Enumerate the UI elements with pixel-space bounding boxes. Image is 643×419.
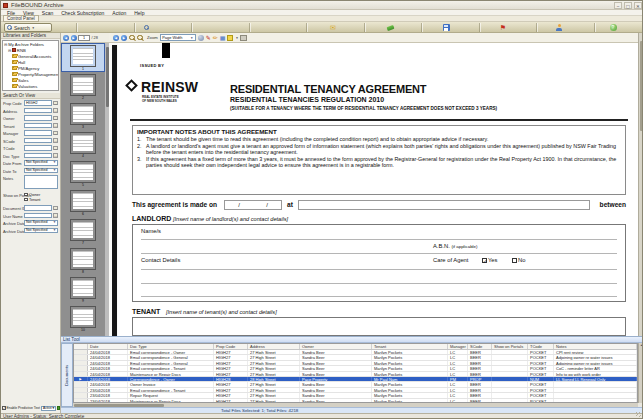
- column-header-date[interactable]: Date: [88, 344, 128, 349]
- red-pen-icon[interactable]: ✎: [206, 34, 211, 42]
- maximize-button[interactable]: ▢: [624, 2, 632, 9]
- search-button[interactable]: Search ▼: [4, 23, 52, 32]
- documents-tab[interactable]: Documents: [61, 343, 73, 407]
- column-header-address[interactable]: Address: [248, 344, 300, 349]
- cell: POCKET: [528, 372, 554, 376]
- browse-button[interactable]: …: [53, 116, 58, 121]
- thumbnail-page-3[interactable]: 3: [61, 101, 105, 130]
- zoom-mode-select[interactable]: Page Width▼: [160, 34, 196, 41]
- chevron-down-icon[interactable]: ▼: [235, 36, 238, 40]
- column-header-row-marker[interactable]: [74, 344, 88, 349]
- minimize-button[interactable]: –: [614, 2, 622, 9]
- doc-type-input[interactable]: [24, 153, 52, 159]
- disc-icon[interactable]: [198, 35, 204, 41]
- flag-button[interactable]: ⚑: [496, 22, 510, 33]
- column-header-tcode[interactable]: TCode: [528, 344, 554, 349]
- cell: Correspondence - Owner: [128, 377, 214, 381]
- column-header-scode[interactable]: SCode: [468, 344, 492, 349]
- browse-button[interactable]: …: [53, 206, 58, 211]
- save-button[interactable]: [439, 22, 453, 33]
- browse-button[interactable]: …: [53, 123, 58, 128]
- cell: NUM: [528, 377, 554, 381]
- menu-item-action[interactable]: Action: [108, 10, 130, 16]
- thumbnail-page-2[interactable]: 2: [61, 72, 105, 101]
- note-number: 2.: [137, 143, 146, 156]
- tcode-input[interactable]: [24, 145, 52, 151]
- zoom-in-icon[interactable]: [137, 35, 143, 41]
- date-to-select[interactable]: Not Specified▼: [24, 168, 58, 174]
- sticky-note-icon[interactable]: [227, 35, 233, 41]
- browse-button[interactable]: …: [53, 138, 58, 143]
- owner-input[interactable]: [24, 115, 52, 121]
- tree-expand-icon[interactable]: ⊟: [8, 48, 11, 53]
- control-panel-tab[interactable]: Control Panel: [3, 15, 39, 22]
- next-page-button[interactable]: ▶: [71, 35, 77, 41]
- menu-item-scan[interactable]: Scan: [38, 10, 57, 16]
- previous-document-button[interactable]: ◀: [113, 35, 119, 41]
- help-button[interactable]: ?: [606, 22, 620, 33]
- predictive-text-checkbox[interactable]: ✓: [2, 406, 6, 410]
- predictive-mode-select[interactable]: Active▼: [41, 406, 56, 411]
- owner-checkbox[interactable]: [24, 193, 28, 197]
- thumbnail-page-5[interactable]: 5: [61, 159, 105, 188]
- care-of-agent-yes-checkbox: ✓: [482, 258, 487, 263]
- column-header-owner[interactable]: Owner: [300, 344, 372, 349]
- browse-button[interactable]: …: [53, 213, 58, 218]
- menu-item-help[interactable]: Help: [130, 10, 148, 16]
- thumbnail-page-8[interactable]: 8: [61, 246, 105, 275]
- browse-button[interactable]: …: [53, 131, 58, 136]
- column-header-tenant[interactable]: Tenant: [372, 344, 448, 349]
- thumbnail-image: [70, 190, 96, 212]
- manager-input[interactable]: [24, 130, 52, 136]
- tree-folder-valuations[interactable]: Valuations: [3, 83, 58, 89]
- column-header-notes[interactable]: Notes: [554, 344, 637, 349]
- notes-textarea[interactable]: [24, 175, 58, 189]
- next-document-button[interactable]: ▶: [121, 35, 127, 41]
- browse-button[interactable]: …: [53, 153, 58, 158]
- address-input[interactable]: [24, 108, 52, 114]
- thumbnail-page-9[interactable]: 9: [61, 275, 105, 304]
- copy-icon[interactable]: [240, 35, 247, 41]
- tenant-details-box: [132, 317, 626, 336]
- column-header-show-on-portals[interactable]: Show on Portals: [492, 344, 528, 349]
- browse-button[interactable]: …: [53, 108, 58, 113]
- thumbnail-page-7[interactable]: 7: [61, 217, 105, 246]
- prop-code-input[interactable]: HIGH2: [24, 100, 52, 106]
- email-button[interactable]: ✉: [326, 22, 340, 33]
- thumbnail-page-1[interactable]: 1: [61, 43, 105, 72]
- page-number-input[interactable]: 1: [78, 35, 90, 41]
- document-viewer[interactable]: ISSUED BY REINSW REAL ESTATE INSTITUTE O…: [109, 43, 638, 336]
- archive-date-from-select[interactable]: Not Specified▼: [24, 220, 58, 226]
- pencil-icon[interactable]: ✏: [213, 34, 218, 42]
- thumbnail-page-6[interactable]: 6: [61, 188, 105, 217]
- document-id-input[interactable]: [24, 205, 52, 211]
- find-button[interactable]: [139, 22, 153, 33]
- grid-vertical-scrollbar[interactable]: ▲: [638, 343, 643, 403]
- tree-expand-icon[interactable]: ⊟: [4, 42, 7, 47]
- previous-page-button[interactable]: ◀: [63, 35, 69, 41]
- thumbnail-page-4[interactable]: 4: [61, 130, 105, 159]
- field-label: Prop Code: [3, 101, 22, 106]
- column-header-prop-code[interactable]: Prop Code: [214, 344, 248, 349]
- tenant-input[interactable]: [24, 123, 52, 129]
- grid-icon[interactable]: ▦: [220, 34, 226, 42]
- zoom-out-icon[interactable]: [129, 35, 135, 41]
- column-header-doc-type[interactable]: Doc Type: [128, 344, 214, 349]
- viewer-scrollbar[interactable]: [638, 33, 643, 336]
- search-view-header: Search Or View: [1, 93, 60, 99]
- column-header-manager[interactable]: Manager: [448, 344, 468, 349]
- thumbnail-page-10[interactable]: 10: [61, 304, 105, 333]
- thumbnail-number: 2: [61, 96, 105, 101]
- date-from-select[interactable]: Not Specified▼: [24, 160, 58, 166]
- user-button[interactable]: [552, 22, 566, 33]
- highlighter-button[interactable]: [383, 22, 397, 33]
- user-name-input[interactable]: [24, 213, 52, 219]
- browse-button[interactable]: …: [53, 101, 58, 106]
- tenant-checkbox[interactable]: [24, 198, 28, 202]
- menu-item-check-subscription[interactable]: Check Subscription: [57, 10, 108, 16]
- scode-input[interactable]: [24, 138, 52, 144]
- browse-button[interactable]: …: [53, 146, 58, 151]
- resize-grip[interactable]: [636, 412, 641, 417]
- close-button[interactable]: ✕: [634, 2, 642, 9]
- archive-date-to-select[interactable]: Not Specified▼: [24, 228, 58, 234]
